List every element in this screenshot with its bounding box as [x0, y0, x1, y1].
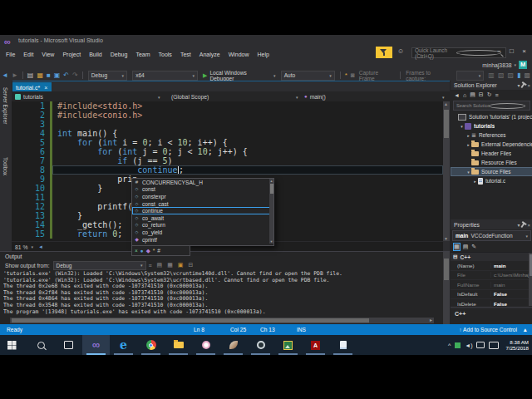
nav-scope-dropdown[interactable]: (Global Scope) [171, 91, 209, 101]
tree-item-source-files[interactable]: ▾Source Files [451, 167, 532, 176]
taskbar-task-view[interactable] [55, 335, 82, 355]
taskbar-clock[interactable]: 8:38 AM 7/25/2018 [503, 339, 529, 351]
code-line-4[interactable]: 4int main() { [12, 129, 443, 138]
camera-icon[interactable]: ◙ [351, 71, 355, 80]
completion-const[interactable]: ◇const [132, 186, 273, 194]
debug-mode-dropdown[interactable]: Auto▾ [281, 71, 335, 81]
volume-icon[interactable]: ◄) [465, 342, 472, 348]
window-position-icon[interactable]: ▾ [517, 222, 520, 228]
menu-team[interactable]: Team [131, 50, 154, 59]
tree-item-solution-tutorials-1-project-[interactable]: Solution 'tutorials' (1 project) [451, 112, 532, 121]
toolbox-tab[interactable]: Toolbox [2, 157, 8, 175]
magic-wand-icon[interactable]: * [345, 71, 347, 80]
filter-snippets-icon[interactable]: × [135, 248, 138, 254]
completion-const_cast[interactable]: ◇const_cast [132, 200, 273, 208]
configuration-dropdown[interactable]: Debug▾ [88, 71, 127, 81]
platform-dropdown[interactable]: x64▾ [132, 71, 198, 81]
property-row--name-[interactable]: (Name)main [451, 261, 532, 271]
menu-file[interactable]: File [2, 50, 19, 59]
switch-views-icon[interactable]: ▤ [470, 91, 475, 98]
property-row-file[interactable]: Filec:\Users\Minhaj\... [451, 271, 532, 281]
frames-count-dropdown[interactable]: ▾ [456, 71, 485, 81]
property-row-isdefault[interactable]: IsDefaultFalse [451, 290, 532, 300]
property-pages-icon[interactable]: ✎ [471, 244, 476, 250]
toolbar-extra-icon-1[interactable]: ▥ [488, 71, 495, 80]
feedback-smiley-icon[interactable]: ☺ [397, 47, 404, 55]
window-position-icon[interactable]: ▾ [517, 82, 520, 88]
filter-constants-icon[interactable]: ● [140, 248, 144, 254]
maximize-button[interactable]: □ [505, 46, 518, 57]
code-line-7[interactable]: 7 if (j == 5) [12, 156, 443, 165]
nav-member-dropdown[interactable]: ● main() [304, 91, 326, 101]
intellisense-scrollbar[interactable]: ▲ ▼ [269, 179, 273, 244]
output-vertical-scrollbar[interactable] [443, 252, 450, 325]
taskbar-chrome[interactable] [137, 335, 165, 355]
editor-vertical-scrollbar[interactable]: ▲ ▼ [443, 101, 450, 241]
save-icon[interactable]: ■ [47, 71, 51, 80]
completion-continue[interactable]: ◇continue [132, 207, 273, 214]
menu-debug[interactable]: Debug [106, 50, 132, 59]
feedback-filter-button[interactable] [376, 47, 392, 58]
taskbar-app-feather[interactable] [219, 335, 247, 355]
completion-co_await[interactable]: ◇co_await [132, 214, 273, 222]
navigate-forward-icon[interactable]: ► [12, 71, 18, 80]
chevron-down-icon[interactable]: ▾ [32, 244, 34, 249]
properties-scrollbar[interactable] [529, 253, 532, 306]
taskbar-acrobat[interactable]: A [302, 335, 329, 355]
toolbar-extra-icon-4[interactable]: ▩ [524, 71, 530, 80]
output-horizontal-scrollbar[interactable]: ◄ ► [10, 318, 434, 323]
output-source-dropdown[interactable]: Debug▾ [53, 261, 146, 270]
server-explorer-tab[interactable]: Server Explorer [2, 87, 8, 124]
output-log[interactable]: 'tutorials.exe' (Win32): Loaded 'C:\Wind… [3, 271, 436, 316]
chevron-expanded-icon[interactable]: ▾ [466, 170, 471, 175]
tree-item-external-dependencies[interactable]: ▸External Dependencies [451, 140, 532, 149]
wordwrap-icon[interactable]: ▦ [167, 262, 173, 268]
chevron-down-icon[interactable]: ▾ [442, 95, 445, 100]
menu-window[interactable]: Window [224, 50, 254, 59]
alphabetical-icon[interactable]: ▤ [463, 244, 469, 250]
bookmark-icon[interactable]: ▮ [517, 71, 520, 80]
code-line-5[interactable]: 5 for (int i = 0; i < 10; i++) { [12, 138, 443, 147]
tree-item-tutorials[interactable]: ▾tutorials [451, 121, 532, 131]
taskbar-notepad[interactable] [329, 335, 357, 355]
code-line-1[interactable]: 1#include<stdio.h> [12, 101, 443, 111]
taskbar-taskbar-search[interactable] [27, 335, 55, 355]
code-line-2[interactable]: 2#include<conio.h> [12, 111, 443, 120]
open-file-icon[interactable]: ▦ [37, 71, 43, 80]
back-icon[interactable]: ◄ [454, 92, 460, 98]
pan-left-icon[interactable]: ◄ [38, 244, 43, 249]
categorized-icon[interactable]: ▦ [454, 244, 460, 250]
toolbar-extra-icon-2[interactable]: ▧ [498, 71, 505, 80]
close-icon[interactable]: × [527, 83, 530, 88]
goto-message-icon[interactable]: ▤ [157, 262, 163, 268]
pin-icon[interactable] [521, 82, 525, 87]
start-debug-button[interactable]: ▶ Local Windows Debugger ▾ [203, 70, 276, 81]
chevron-down-icon[interactable]: ▾ [296, 95, 298, 100]
menu-help[interactable]: Help [254, 50, 273, 59]
add-to-source-control[interactable]: ↑ Add to Source Control [459, 327, 517, 332]
collapse-all-icon[interactable]: ⊟ [479, 91, 484, 98]
tab-close-icon[interactable]: × [44, 85, 47, 91]
status-line[interactable]: Ln 8 [194, 327, 204, 332]
preview-icon[interactable]: ≡ [495, 92, 499, 98]
completion-co_yield[interactable]: ◇co_yield [132, 229, 273, 236]
chevron-collapsed-icon[interactable]: ▸ [466, 133, 471, 138]
scrollbar-thumb[interactable] [444, 110, 449, 138]
tree-item-resource-files[interactable]: Resource Files [451, 158, 532, 167]
quick-launch-input[interactable]: Quick Launch (Ctrl+Q) [411, 47, 506, 58]
code-line-6[interactable]: 6 for (int j = 0; j < 10; j++) { [12, 147, 443, 156]
menu-project[interactable]: Project [58, 50, 85, 59]
chevron-expanded-icon[interactable]: ▾ [459, 124, 465, 129]
taskbar-edge[interactable]: e [110, 335, 137, 355]
completion-cprintf[interactable]: ◆cprintf [132, 236, 273, 244]
menu-view[interactable]: View [37, 50, 58, 59]
tray-expand-icon[interactable]: ^ [448, 342, 451, 348]
pin-icon[interactable] [521, 222, 525, 227]
menu-edit[interactable]: Edit [19, 50, 37, 59]
properties-object-dropdown[interactable]: main VCCodeFunction ▾ [452, 230, 531, 241]
code-line-3[interactable]: 3 [12, 120, 443, 129]
status-column[interactable]: Col 25 [230, 327, 246, 332]
completion-co_return[interactable]: ◇co_return [132, 222, 273, 229]
new-file-icon[interactable]: ▤ [27, 71, 34, 80]
taskbar-visual-studio[interactable]: ∞ [82, 335, 110, 355]
